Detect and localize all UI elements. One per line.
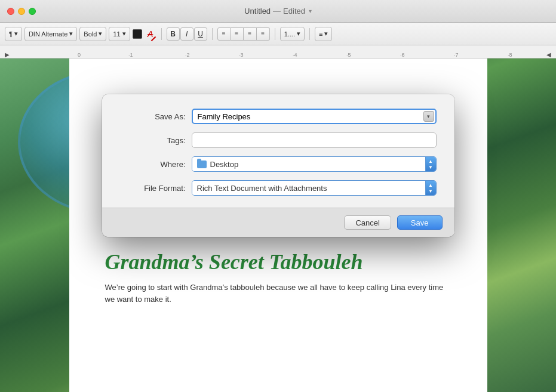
alignment-buttons: ≡ ≡ ≡ ≡ xyxy=(217,27,270,41)
strikethrough-button[interactable]: A xyxy=(145,28,156,40)
font-family-label: DIN Alternate xyxy=(29,30,67,38)
title-chevron-icon[interactable]: ▾ xyxy=(309,8,312,14)
font-family-chevron-icon: ▾ xyxy=(69,30,73,38)
italic-icon: I xyxy=(186,30,188,38)
title-separator: — xyxy=(273,7,281,16)
minimize-button[interactable] xyxy=(18,8,25,15)
font-size-selector[interactable]: 11 ▾ xyxy=(109,27,130,41)
dialog-footer: Cancel Save xyxy=(102,208,454,237)
file-format-value: Rich Text Document with Attachments xyxy=(197,184,327,193)
title-bar: Untitled — Edited ▾ xyxy=(0,0,556,23)
file-format-display: Rich Text Document with Attachments xyxy=(192,181,425,195)
file-format-label: File Format: xyxy=(120,184,186,193)
font-size-chevron-icon: ▾ xyxy=(122,30,126,38)
align-justify-button[interactable]: ≡ xyxy=(257,27,270,41)
list-style-selector[interactable]: 1.... ▾ xyxy=(280,27,305,41)
toolbar-separator-2 xyxy=(212,28,213,40)
paragraph-chevron-icon: ▾ xyxy=(14,30,18,38)
file-format-stepper[interactable]: ▲ ▼ xyxy=(425,181,436,195)
title-edited: Edited xyxy=(283,7,305,16)
bullet-list-button[interactable]: ≡ ▾ xyxy=(315,27,332,41)
dialog-body: Save As: ▾ Tags: Where: xyxy=(102,94,454,208)
list-style-label: 1.... xyxy=(284,30,295,38)
font-style-chevron-icon: ▾ xyxy=(99,30,102,38)
bold-icon: B xyxy=(170,30,176,38)
close-button[interactable] xyxy=(7,8,14,15)
font-size-label: 11 xyxy=(113,30,120,38)
underline-icon: U xyxy=(198,30,203,38)
document-area: Grandma’s Secret Tabbouleh We’re going t… xyxy=(0,58,556,392)
traffic-lights xyxy=(7,8,36,15)
save-button[interactable]: Save xyxy=(397,215,443,230)
save-as-label: Save As: xyxy=(120,112,186,121)
text-color-swatch[interactable] xyxy=(133,29,142,39)
ruler: ▶ 0 ·1 ·2 ·3 ·4 ·5 ·6 ·7 ·8 ◀ xyxy=(0,45,556,58)
toolbar-separator-4 xyxy=(309,28,310,40)
toolbar: ¶ ▾ DIN Alternate ▾ Bold ▾ 11 ▾ A B I U … xyxy=(0,23,556,45)
strikethrough-icon: A xyxy=(148,29,153,39)
file-format-row: File Format: Rich Text Document with Att… xyxy=(120,180,437,196)
align-left-button[interactable]: ≡ xyxy=(217,27,231,41)
where-row: Where: Desktop ▲ ▼ xyxy=(120,156,437,172)
document-title: Untitled xyxy=(244,7,271,16)
align-center-button[interactable]: ≡ xyxy=(231,27,244,41)
where-folder-display: Desktop xyxy=(192,157,425,171)
window-title: Untitled — Edited ▾ xyxy=(244,7,312,16)
dialog-overlay: Save As: ▾ Tags: Where: xyxy=(0,58,556,392)
save-as-input-container: ▾ xyxy=(192,109,437,124)
tags-label: Tags: xyxy=(120,136,186,145)
where-value: Desktop xyxy=(210,160,239,169)
toolbar-separator-1 xyxy=(161,28,162,40)
underline-button[interactable]: U xyxy=(194,27,207,41)
paragraph-icon: ¶ xyxy=(9,30,13,38)
font-style-selector[interactable]: Bold ▾ xyxy=(79,27,106,41)
ruler-content: ▶ 0 ·1 ·2 ·3 ·4 ·5 ·6 ·7 ·8 ◀ xyxy=(2,45,554,58)
where-label: Where: xyxy=(120,160,186,169)
italic-button[interactable]: I xyxy=(180,27,193,41)
where-stepper[interactable]: ▲ ▼ xyxy=(425,157,436,171)
cancel-button[interactable]: Cancel xyxy=(344,215,391,230)
save-as-row: Save As: ▾ xyxy=(120,109,437,124)
font-style-label: Bold xyxy=(84,30,97,38)
folder-icon xyxy=(197,160,207,168)
toolbar-separator-3 xyxy=(275,28,275,40)
bold-button[interactable]: B xyxy=(167,27,180,41)
maximize-button[interactable] xyxy=(29,8,36,15)
list-style-chevron-icon: ▾ xyxy=(297,30,300,38)
font-family-selector[interactable]: DIN Alternate ▾ xyxy=(24,27,77,41)
where-selector[interactable]: Desktop ▲ ▼ xyxy=(192,156,437,172)
bullet-list-chevron-icon: ▾ xyxy=(324,30,328,38)
save-as-input[interactable] xyxy=(192,109,437,124)
paragraph-button[interactable]: ¶ ▾ xyxy=(5,27,22,41)
format-buttons: B I U xyxy=(167,27,207,41)
align-right-button[interactable]: ≡ xyxy=(244,27,257,41)
file-format-selector[interactable]: Rich Text Document with Attachments ▲ ▼ xyxy=(192,180,437,196)
tags-row: Tags: xyxy=(120,132,437,148)
save-as-dropdown-button[interactable]: ▾ xyxy=(423,111,434,122)
bullet-list-icon: ≡ xyxy=(319,30,322,38)
save-dialog: Save As: ▾ Tags: Where: xyxy=(102,94,454,237)
tags-input[interactable] xyxy=(192,132,437,148)
